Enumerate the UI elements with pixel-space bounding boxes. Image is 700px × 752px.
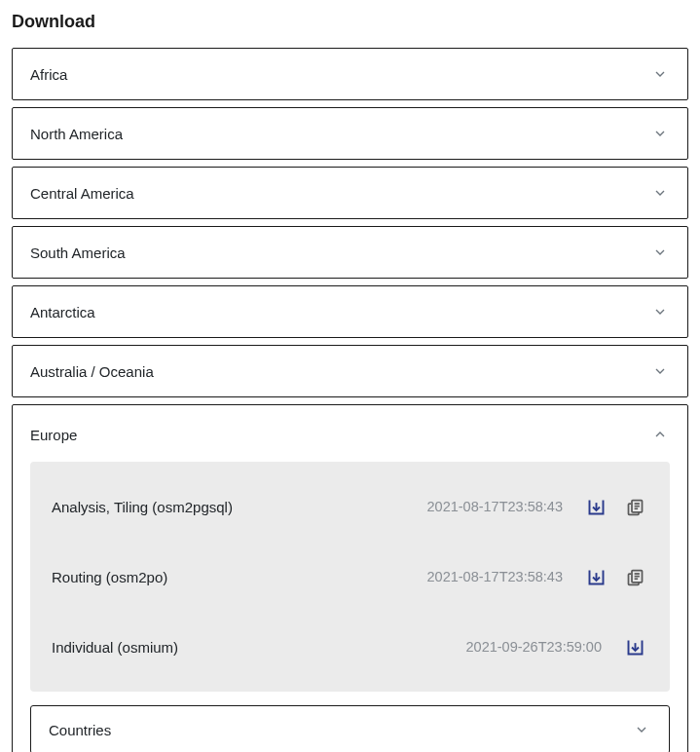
region-north-america[interactable]: North America [12, 107, 688, 160]
download-icon[interactable] [582, 563, 609, 590]
copy-icon[interactable] [621, 493, 648, 520]
region-europe: Europe Analysis, Tiling (osm2pgsql) 2021… [12, 404, 688, 752]
chevron-down-icon [650, 302, 670, 321]
download-icon[interactable] [582, 493, 609, 520]
region-label: Central America [30, 185, 134, 202]
countries-label: Countries [49, 722, 111, 738]
region-label: South America [30, 244, 126, 261]
region-europe-header[interactable]: Europe [13, 405, 687, 462]
chevron-down-icon [650, 64, 670, 84]
file-date: 2021-08-17T23:58:43 [427, 569, 563, 584]
chevron-down-icon [650, 124, 670, 143]
region-label: Antarctica [30, 304, 95, 320]
download-icon[interactable] [621, 633, 648, 660]
file-list: Analysis, Tiling (osm2pgsql) 2021-08-17T… [30, 462, 670, 692]
region-africa[interactable]: Africa [12, 48, 688, 100]
region-label: North America [30, 126, 123, 142]
file-date: 2021-09-26T23:59:00 [466, 639, 602, 655]
chevron-down-icon [632, 720, 651, 739]
copy-icon[interactable] [621, 563, 648, 590]
region-label: Australia / Oceania [30, 363, 154, 380]
file-name: Analysis, Tiling (osm2pgsql) [52, 499, 416, 515]
file-name: Routing (osm2po) [52, 569, 416, 585]
chevron-down-icon [650, 183, 670, 203]
file-name: Individual (osmium) [52, 639, 455, 656]
countries-dropdown[interactable]: Countries [30, 705, 670, 752]
chevron-down-icon [650, 361, 670, 381]
chevron-down-icon [650, 243, 670, 262]
region-australia-oceania[interactable]: Australia / Oceania [12, 345, 688, 397]
file-row: Analysis, Tiling (osm2pgsql) 2021-08-17T… [30, 471, 670, 542]
page-title: Download [12, 12, 688, 32]
region-south-america[interactable]: South America [12, 226, 688, 279]
file-date: 2021-08-17T23:58:43 [427, 499, 563, 514]
file-row: Individual (osmium) 2021-09-26T23:59:00 [30, 612, 670, 682]
file-row: Routing (osm2po) 2021-08-17T23:58:43 [30, 542, 670, 612]
region-antarctica[interactable]: Antarctica [12, 285, 688, 338]
region-label: Europe [30, 427, 77, 443]
region-central-america[interactable]: Central America [12, 167, 688, 219]
region-europe-body: Analysis, Tiling (osm2pgsql) 2021-08-17T… [13, 462, 687, 752]
chevron-up-icon [650, 425, 670, 444]
region-label: Africa [30, 66, 67, 83]
